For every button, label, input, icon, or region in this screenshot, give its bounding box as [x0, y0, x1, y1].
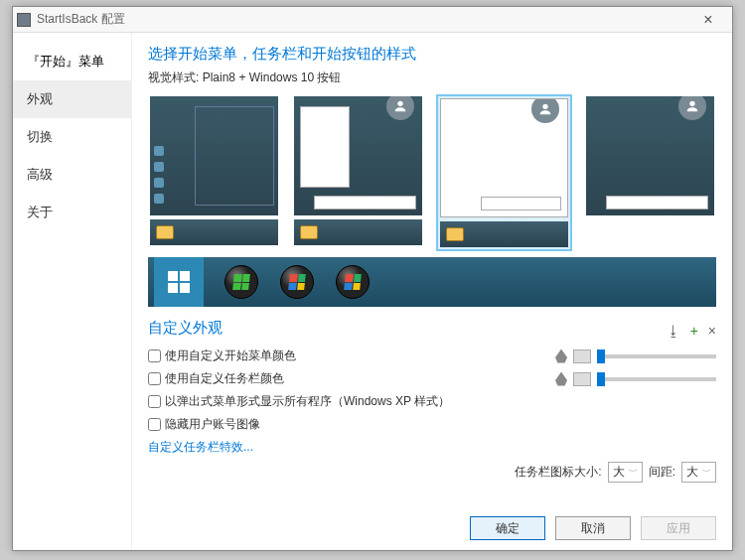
check-label: 以弹出式菜单形式显示所有程序（Windows XP 样式）: [165, 393, 450, 410]
theme-option-3[interactable]: [436, 94, 572, 251]
icon-size-value: 大: [613, 464, 625, 481]
sidebar-item-appearance[interactable]: 外观: [13, 80, 131, 118]
cancel-button[interactable]: 取消: [555, 516, 631, 540]
check-label: 使用自定义任务栏颜色: [165, 370, 284, 387]
section-heading: 选择开始菜单，任务栏和开始按钮的样式: [148, 45, 716, 64]
check-label: 隐藏用户账号图像: [165, 416, 260, 433]
gap-label: 间距:: [649, 464, 675, 481]
gap-value: 大: [686, 464, 698, 481]
gap-select[interactable]: 大 ﹀: [681, 462, 716, 483]
chevron-down-icon: ﹀: [702, 466, 711, 479]
avatar-icon: [386, 96, 414, 120]
start-button-color-2[interactable]: [335, 264, 371, 300]
sidebar-item-start-menu[interactable]: 『开始』菜单: [13, 43, 131, 80]
app-icon: [17, 13, 31, 27]
visual-style-value: Plain8 + Windows 10 按钮: [203, 70, 342, 84]
start-button-green[interactable]: [224, 264, 259, 300]
chevron-down-icon: ﹀: [629, 466, 638, 479]
check-custom-taskbar-color[interactable]: [148, 372, 161, 385]
taskbar-effects-link[interactable]: 自定义任务栏特效...: [148, 439, 716, 456]
theme-option-1[interactable]: [148, 94, 280, 251]
sidebar-item-switch[interactable]: 切换: [13, 118, 131, 156]
start-button-win10[interactable]: [154, 257, 204, 307]
avatar-icon: [678, 96, 706, 120]
check-hide-avatar[interactable]: [148, 418, 161, 431]
start-button-row: [148, 257, 716, 307]
color-swatch[interactable]: [573, 372, 591, 386]
check-custom-start-color[interactable]: [148, 350, 161, 362]
check-label: 使用自定义开始菜单颜色: [165, 348, 296, 364]
check-xp-flyout[interactable]: [148, 395, 161, 408]
svg-point-1: [542, 104, 547, 109]
sidebar-item-about[interactable]: 关于: [13, 194, 131, 231]
ok-button[interactable]: 确定: [470, 516, 545, 540]
svg-point-0: [397, 101, 402, 106]
folder-icon: [446, 227, 464, 241]
folder-icon: [156, 225, 174, 239]
color-swatch[interactable]: [573, 350, 591, 363]
visual-style-line: 视觉样式: Plain8 + Windows 10 按钮: [148, 70, 716, 86]
visual-style-label: 视觉样式:: [148, 70, 199, 84]
theme-option-2[interactable]: [292, 94, 424, 251]
opacity-slider[interactable]: [597, 354, 716, 358]
apply-button[interactable]: 应用: [641, 516, 716, 540]
icon-size-select[interactable]: 大 ﹀: [608, 462, 643, 483]
sidebar: 『开始』菜单 外观 切换 高级 关于: [13, 33, 132, 550]
window-title: StartIsBack 配置: [37, 11, 688, 28]
svg-point-2: [689, 101, 694, 106]
remove-icon[interactable]: ×: [708, 323, 716, 339]
avatar-icon: [531, 98, 559, 123]
custom-appearance-title: 自定义外观: [148, 319, 667, 338]
opacity-slider[interactable]: [597, 377, 716, 381]
theme-option-4[interactable]: [584, 94, 716, 251]
folder-icon: [300, 225, 318, 239]
droplet-icon: [555, 372, 567, 386]
download-icon[interactable]: ⭳: [667, 323, 680, 339]
start-button-color-1[interactable]: [279, 264, 315, 300]
sidebar-item-advanced[interactable]: 高级: [13, 156, 131, 194]
icon-size-label: 任务栏图标大小:: [515, 464, 601, 481]
close-icon[interactable]: ×: [688, 11, 728, 29]
add-icon[interactable]: +: [690, 323, 698, 339]
droplet-icon: [555, 350, 567, 363]
